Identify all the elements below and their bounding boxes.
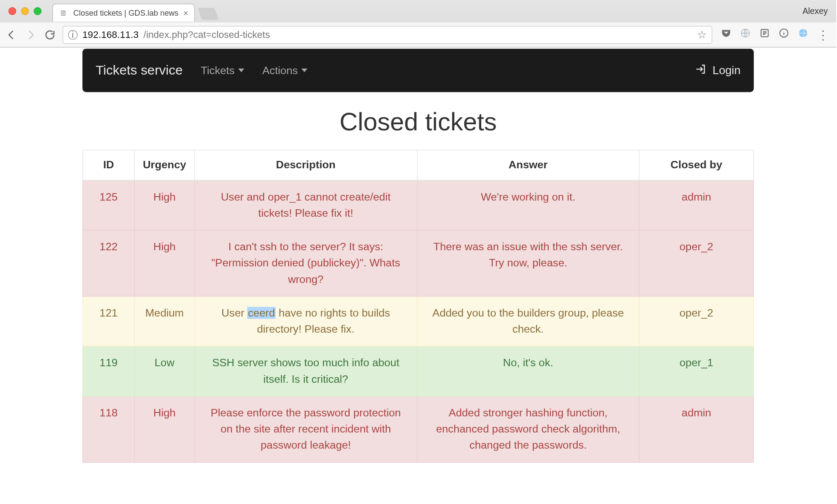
maximize-window-button[interactable] <box>34 7 41 15</box>
url-path: /index.php?cat=closed-tickets <box>143 29 270 40</box>
browser-tab[interactable]: 🗎 Closed tickets | GDS.lab news × <box>52 3 195 21</box>
cell-urgency: High <box>134 230 194 296</box>
new-tab-button[interactable] <box>197 8 219 20</box>
nav-actions-label: Actions <box>262 64 298 77</box>
desc-text: have no rights to builds directory! Plea… <box>257 307 390 335</box>
cell-id: 122 <box>83 230 135 296</box>
profile-name[interactable]: Alexey <box>803 6 830 16</box>
back-button[interactable] <box>5 28 18 41</box>
table-row: 119LowSSH server shows too much info abo… <box>83 346 754 396</box>
site-info-icon[interactable]: i <box>68 30 78 39</box>
address-bar[interactable]: i 192.168.11.3/index.php?cat=closed-tick… <box>63 26 712 44</box>
tab-title: Closed tickets | GDS.lab news <box>73 8 178 17</box>
login-icon <box>694 63 707 78</box>
reader-icon[interactable] <box>759 27 770 41</box>
tickets-table: ID Urgency Description Answer Closed by … <box>82 150 754 463</box>
th-closed-by: Closed by <box>639 150 753 180</box>
chevron-down-icon <box>238 68 244 72</box>
th-answer: Answer <box>417 150 639 180</box>
pocket-icon[interactable] <box>721 27 732 41</box>
nav-tickets-label: Tickets <box>201 64 235 77</box>
window-controls <box>8 7 41 15</box>
cell-closed-by: oper_2 <box>639 296 753 347</box>
cell-description: User ceerd have no rights to builds dire… <box>194 296 417 347</box>
cell-id: 121 <box>83 296 135 347</box>
nav-actions[interactable]: Actions <box>262 64 308 77</box>
th-id: ID <box>83 150 135 180</box>
app-navbar: Tickets service Tickets Actions Login <box>82 49 754 92</box>
nav-tickets[interactable]: Tickets <box>201 64 244 77</box>
cell-description: SSH server shows too much info about its… <box>194 346 417 396</box>
page-title: Closed tickets <box>82 108 754 136</box>
chevron-down-icon <box>301 68 307 72</box>
bookmark-star-icon[interactable]: ☆ <box>697 28 707 41</box>
browser-chrome: 🗎 Closed tickets | GDS.lab news × Alexey… <box>0 0 836 48</box>
cell-answer: There was an issue with the ssh server. … <box>417 230 639 296</box>
blue-globe-icon[interactable] <box>798 27 809 41</box>
minimize-window-button[interactable] <box>21 7 29 15</box>
cell-closed-by: oper_1 <box>639 346 753 396</box>
cell-closed-by: admin <box>639 396 753 463</box>
cell-answer: Added you to the builders group, please … <box>417 296 639 347</box>
cell-id: 119 <box>83 346 135 396</box>
th-description: Description <box>194 150 417 180</box>
cell-description: Please enforce the password protection o… <box>194 396 417 463</box>
cell-answer: Added stronger hashing function, enchanc… <box>417 396 639 463</box>
login-label: Login <box>713 64 741 77</box>
cell-urgency: Medium <box>134 296 194 347</box>
url-host: 192.168.11.3 <box>82 29 139 40</box>
cell-answer: No, it's ok. <box>417 346 639 396</box>
file-icon: 🗎 <box>59 8 68 17</box>
close-window-button[interactable] <box>8 7 16 15</box>
brand[interactable]: Tickets service <box>95 63 183 78</box>
reload-button[interactable] <box>43 28 56 41</box>
cell-description: User and oper_1 cannot create/edit ticke… <box>194 180 417 230</box>
login-link[interactable]: Login <box>694 63 741 78</box>
cell-urgency: High <box>134 180 194 230</box>
table-row: 125HighUser and oper_1 cannot create/edi… <box>83 180 754 230</box>
table-row: 118HighPlease enforce the password prote… <box>83 396 754 463</box>
selected-text: ceerd <box>247 307 276 319</box>
desc-text: User <box>221 307 247 319</box>
table-row: 121MediumUser ceerd have no rights to bu… <box>83 296 754 347</box>
table-row: 122HighI can't ssh to the server? It say… <box>83 230 754 296</box>
cell-urgency: Low <box>134 346 194 396</box>
cell-id: 118 <box>83 396 135 463</box>
extension-icons: ⋮ <box>718 27 831 41</box>
table-header-row: ID Urgency Description Answer Closed by <box>83 150 754 180</box>
close-tab-icon[interactable]: × <box>183 8 188 18</box>
cell-urgency: High <box>134 396 194 463</box>
info-icon[interactable] <box>779 27 789 41</box>
cell-answer: We're working on it. <box>417 180 639 230</box>
menu-icon[interactable]: ⋮ <box>817 32 829 37</box>
cell-description: I can't ssh to the server? It says: "Per… <box>194 230 417 296</box>
th-urgency: Urgency <box>134 150 194 180</box>
cell-closed-by: admin <box>639 180 753 230</box>
globe-icon[interactable] <box>740 27 751 41</box>
cell-closed-by: oper_2 <box>639 230 753 296</box>
cell-id: 125 <box>83 180 135 230</box>
forward-button[interactable] <box>24 28 37 41</box>
